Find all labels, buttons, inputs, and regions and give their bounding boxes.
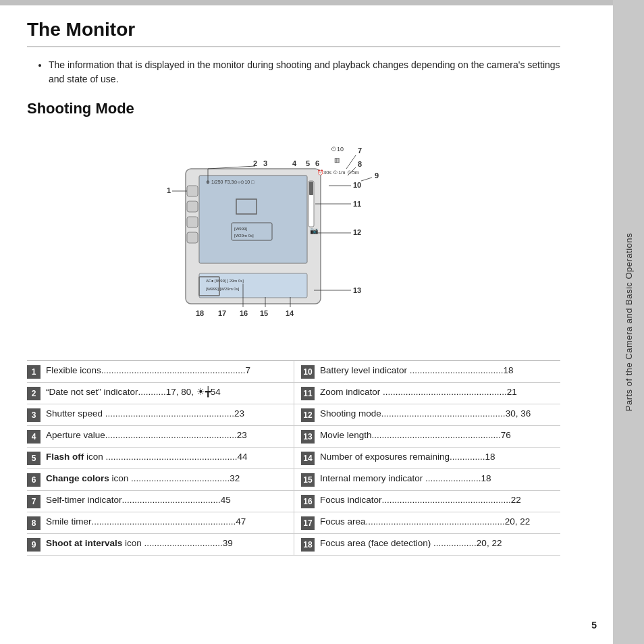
svg-text:13: 13 <box>353 286 361 294</box>
svg-text:11: 11 <box>353 200 361 208</box>
right-sidebar: Parts of the Camera and Basic Operations <box>613 0 644 644</box>
svg-text:9: 9 <box>375 171 379 180</box>
item-description: Flash off icon .........................… <box>46 451 290 464</box>
item-number: 16 <box>301 495 315 508</box>
svg-text:17: 17 <box>218 309 226 317</box>
svg-text:[W999] [W29m 0s]: [W999] [W29m 0s] <box>206 287 240 291</box>
svg-text:15: 15 <box>260 309 268 317</box>
item-number: 17 <box>301 516 315 530</box>
table-row: 13Movie length..........................… <box>294 426 560 448</box>
svg-text:16: 16 <box>240 309 248 317</box>
item-number: 11 <box>301 387 315 400</box>
item-number: 6 <box>27 473 41 487</box>
svg-line-28 <box>346 155 356 169</box>
item-description: Aperture value..........................… <box>46 429 290 442</box>
item-description: Battery level indicator ................… <box>320 365 556 377</box>
table-row: 15Internal memory indicator ............… <box>294 469 560 491</box>
svg-rect-5 <box>187 232 198 243</box>
camera-diagram: ⊕ 1/250 F3.3⊙⟐⊙10 □ [W999] [W29m 0s] 📷 A… <box>118 128 469 344</box>
table-row: 4Aperture value.........................… <box>27 426 294 448</box>
table-row: 14Number of exposures remaining.........… <box>294 448 560 469</box>
table-row: 10Battery level indicator ..............… <box>294 361 560 383</box>
items-table: 1Flexible icons.........................… <box>27 360 560 556</box>
svg-text:10: 10 <box>353 181 361 189</box>
item-number: 5 <box>27 452 41 465</box>
svg-line-32 <box>361 178 372 181</box>
item-number: 18 <box>301 538 315 552</box>
svg-rect-2 <box>187 186 198 196</box>
table-row: 1Flexible icons.........................… <box>27 361 294 383</box>
item-description: “Date not set” indicator...........17, 8… <box>46 386 290 399</box>
svg-rect-12 <box>309 182 313 195</box>
item-description: Movie length............................… <box>320 429 556 442</box>
svg-text:AF●  [9999]  [ 29m 0s]: AF● [9999] [ 29m 0s] <box>206 279 244 283</box>
top-bar <box>0 0 644 5</box>
item-number: 8 <box>27 516 41 530</box>
svg-rect-1 <box>199 176 307 263</box>
table-row: 3Shutter speed .........................… <box>27 404 294 426</box>
item-description: Shoot at intervals icon ................… <box>46 537 290 550</box>
svg-text:12: 12 <box>353 228 361 236</box>
table-row: 17Focus area............................… <box>294 512 560 534</box>
item-description: Flexible icons..........................… <box>46 365 290 377</box>
main-content: The Monitor The information that is disp… <box>0 5 587 569</box>
table-row: 8Smile timer............................… <box>27 512 294 534</box>
svg-text:14: 14 <box>286 309 294 317</box>
svg-text:8: 8 <box>358 160 362 168</box>
item-description: Shutter speed ..........................… <box>46 408 290 421</box>
item-number: 7 <box>27 495 41 508</box>
item-description: Number of exposures remaining...........… <box>320 451 556 464</box>
svg-text:⊕ 1/250  F3.3⊙⟐⊙10  □: ⊕ 1/250 F3.3⊙⟐⊙10 □ <box>206 180 254 184</box>
item-description: Focus area (face detection) ............… <box>320 537 556 550</box>
item-number: 4 <box>27 430 41 444</box>
item-description: Focus indicator.........................… <box>320 494 556 507</box>
item-number: 9 <box>27 538 41 552</box>
svg-text:📷: 📷 <box>310 226 319 235</box>
intro-text: The information that is displayed in the… <box>49 59 560 84</box>
table-row: 16Focus indicator.......................… <box>294 491 560 512</box>
svg-text:7: 7 <box>358 146 362 155</box>
item-number: 3 <box>27 408 41 422</box>
item-description: Smile timer.............................… <box>46 516 290 529</box>
item-number: 15 <box>301 473 315 487</box>
item-description: Change colors icon .....................… <box>46 473 290 485</box>
item-number: 2 <box>27 387 41 400</box>
page-number: 5 <box>591 620 597 630</box>
svg-text:5: 5 <box>306 159 310 167</box>
svg-text:1: 1 <box>167 186 171 194</box>
table-row: 6Change colors icon ....................… <box>27 469 294 491</box>
item-number: 13 <box>301 430 315 444</box>
item-description: Zoom indicator .........................… <box>320 386 556 399</box>
table-row: 18Focus area (face detection) ..........… <box>294 534 560 556</box>
table-row: 5Flash off icon ........................… <box>27 448 294 469</box>
svg-text:[W999]: [W999] <box>234 227 247 231</box>
sidebar-label: Parts of the Camera and Basic Operations <box>624 233 634 411</box>
svg-rect-3 <box>187 201 198 212</box>
svg-text:⏲10: ⏲10 <box>331 146 344 153</box>
item-description: Internal memory indicator ..............… <box>320 473 556 485</box>
item-number: 10 <box>301 365 315 379</box>
table-row: 7Self-timer indicator...................… <box>27 491 294 512</box>
diagram-area: ⊕ 1/250 F3.3⊙⟐⊙10 □ [W999] [W29m 0s] 📷 A… <box>27 128 560 344</box>
item-description: Self-timer indicator....................… <box>46 494 290 507</box>
svg-text:6: 6 <box>315 159 319 167</box>
svg-text:▥: ▥ <box>334 157 340 163</box>
item-description: Shooting mode...........................… <box>320 408 556 421</box>
svg-text:3: 3 <box>263 159 267 167</box>
svg-text:4: 4 <box>292 159 297 167</box>
svg-text:[W29m 0s]: [W29m 0s] <box>234 234 254 238</box>
table-row: 12Shooting mode.........................… <box>294 404 560 426</box>
section-heading: Shooting Mode <box>27 100 560 117</box>
table-row: 2“Date not set” indicator...........17, … <box>27 383 294 404</box>
svg-rect-4 <box>187 217 198 227</box>
table-row: 9Shoot at intervals icon ...............… <box>27 534 294 556</box>
item-number: 1 <box>27 365 41 379</box>
intro-paragraph: The information that is displayed in the… <box>38 58 560 86</box>
item-number: 12 <box>301 408 315 422</box>
item-number: 14 <box>301 452 315 465</box>
svg-text:18: 18 <box>196 309 204 317</box>
page-title: The Monitor <box>27 19 560 47</box>
table-row: 11Zoom indicator .......................… <box>294 383 560 404</box>
item-description: Focus area..............................… <box>320 516 556 529</box>
svg-text:⏰30s ⏲1m ⏲5m: ⏰30s ⏲1m ⏲5m <box>317 169 359 176</box>
